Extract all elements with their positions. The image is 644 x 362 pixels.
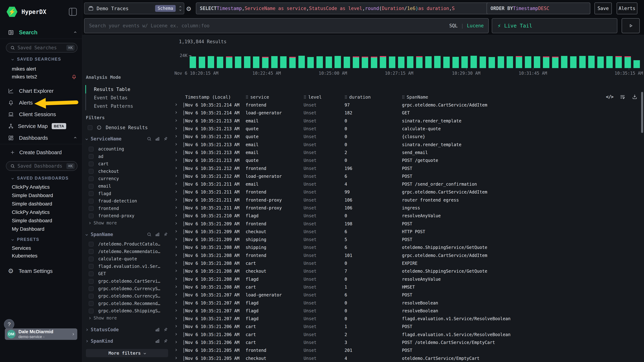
table-row[interactable]: Nov 6 10:35:21.213 AMquoteUnset0POST /ge… xyxy=(172,157,644,164)
sidebar-item-dashboards[interactable]: Dashboards xyxy=(0,132,82,144)
table-row[interactable]: Nov 6 10:35:21.208 AMfrontendUnset101grp… xyxy=(172,252,644,259)
sidebar-item-team-settings[interactable]: ⚙ Team Settings xyxy=(0,265,82,277)
sidebar-collapse-icon[interactable] xyxy=(69,8,77,16)
checkbox[interactable] xyxy=(89,249,94,254)
row-expander[interactable] xyxy=(172,141,185,149)
saved-dashboards-header[interactable]: SAVED DASHBOARDS xyxy=(12,176,69,181)
row-expander[interactable] xyxy=(172,267,185,275)
row-expander[interactable] xyxy=(172,109,185,117)
table-row[interactable]: Nov 6 10:35:21.208 AMflagdUnset0resolveA… xyxy=(172,275,644,283)
row-expander[interactable] xyxy=(172,101,185,109)
row-expander[interactable] xyxy=(172,283,185,291)
bar-chart-icon[interactable] xyxy=(155,136,160,141)
checkbox[interactable] xyxy=(89,176,94,181)
row-expander[interactable] xyxy=(172,355,185,362)
source-select[interactable]: Demo Traces Schema xyxy=(84,2,184,14)
checkbox[interactable] xyxy=(89,169,94,174)
run-query-button[interactable] xyxy=(622,18,640,33)
servicename-option[interactable]: frontend-proxy xyxy=(89,212,169,219)
help-button[interactable]: ? xyxy=(4,319,14,330)
row-expander[interactable] xyxy=(172,228,185,236)
row-expander[interactable] xyxy=(172,212,185,220)
row-expander[interactable] xyxy=(172,323,185,331)
column-header-timestamp[interactable]: Timestamp (Local) xyxy=(185,95,246,100)
filter-group-servicename[interactable]: ServiceName xyxy=(86,135,168,143)
checkbox[interactable] xyxy=(89,271,94,276)
column-header-service[interactable]: service xyxy=(246,95,304,100)
row-expander[interactable] xyxy=(172,347,185,354)
servicename-show-more[interactable]: Show more xyxy=(89,220,117,226)
wrap-text-icon[interactable] xyxy=(620,94,626,100)
table-row[interactable]: Nov 6 10:35:21.208 AMcheckoutUnset7oteld… xyxy=(172,267,644,275)
spanname-show-more[interactable]: Show more xyxy=(89,315,117,321)
checkbox[interactable] xyxy=(89,213,94,218)
analysis-tab-event-deltas[interactable]: Event Deltas xyxy=(85,93,168,102)
search-icon[interactable] xyxy=(147,136,152,141)
table-row[interactable]: Nov 6 10:35:21.208 AMcartUnset0EXPIRE xyxy=(172,259,644,267)
checkbox[interactable] xyxy=(89,162,94,166)
servicename-option[interactable]: accounting xyxy=(89,146,169,153)
sidebar-item-search[interactable]: Search xyxy=(0,27,82,38)
row-expander[interactable] xyxy=(172,299,185,307)
table-row[interactable]: Nov 6 10:35:21.214 AMload-generatorUnset… xyxy=(172,109,644,117)
servicename-option[interactable]: checkout xyxy=(89,168,169,175)
table-row[interactable]: Nov 6 10:35:21.213 AMquoteUnset0calculat… xyxy=(172,125,644,133)
row-expander[interactable] xyxy=(172,252,185,259)
saved-search-item[interactable]: mikes tets2 xyxy=(12,73,77,80)
checkbox[interactable] xyxy=(88,125,92,130)
checkbox[interactable] xyxy=(89,184,94,189)
checkbox[interactable] xyxy=(89,294,94,299)
saved-search-item[interactable]: mikes alert xyxy=(12,65,77,73)
checkbox[interactable] xyxy=(89,279,94,284)
servicename-option[interactable]: ad xyxy=(89,153,169,160)
more-filters-button[interactable]: More filters xyxy=(86,349,168,357)
checkbox[interactable] xyxy=(89,199,94,203)
denoise-results-toggle[interactable]: Denoise Results xyxy=(88,124,168,131)
table-row[interactable]: Nov 6 10:35:21.209 AMcheckoutUnset6HTTP … xyxy=(172,228,644,236)
spanname-option[interactable]: grpc.oteldemo.CurrencyS… xyxy=(89,293,169,300)
pin-icon[interactable] xyxy=(162,231,169,238)
row-expander[interactable] xyxy=(172,164,185,172)
row-expander[interactable] xyxy=(172,117,185,125)
saved-dashboard-item[interactable]: ClickPy Analytics xyxy=(12,183,77,191)
servicename-option[interactable]: email xyxy=(89,182,169,190)
row-expander[interactable] xyxy=(172,220,185,228)
row-expander[interactable] xyxy=(172,259,185,267)
saved-dashboard-item[interactable]: ClickPy Analytics xyxy=(12,209,77,216)
filter-group-spanname[interactable]: SpanName xyxy=(86,231,168,238)
table-row[interactable]: Nov 6 10:35:21.210 AMflagdUnset0resolveA… xyxy=(172,212,644,220)
saved-dashboard-item[interactable]: Simple dashboard xyxy=(12,200,77,207)
search-input[interactable]: Search your events w/ Lucene ex. column:… xyxy=(84,18,489,33)
table-row[interactable]: Nov 6 10:35:21.211 AMemailUnset4POST /se… xyxy=(172,180,644,188)
row-expander[interactable] xyxy=(172,291,185,299)
row-expander[interactable] xyxy=(172,204,185,212)
table-row[interactable]: Nov 6 10:35:21.211 AMfrontendUnset99grpc… xyxy=(172,188,644,196)
table-row[interactable]: Nov 6 10:35:21.211 AMfrontend-proxyUnset… xyxy=(172,196,644,204)
table-row[interactable]: Nov 6 10:35:21.207 AMflagdUnset0resolveB… xyxy=(172,299,644,307)
table-row[interactable]: Nov 6 10:35:21.212 AMfrontendUnset196POS… xyxy=(172,164,644,172)
drag-handle-icon[interactable] xyxy=(246,95,248,99)
filter-group-statuscode[interactable]: StatusCode xyxy=(86,326,168,333)
lang-toggle-sql[interactable]: SQL xyxy=(449,23,458,28)
row-expander[interactable] xyxy=(172,173,185,180)
preset-item[interactable]: Kubernetes xyxy=(12,252,77,259)
user-menu[interactable]: DM Dale McDiarmid demo-service - xyxy=(5,328,77,340)
row-expander[interactable] xyxy=(172,275,185,283)
row-expander[interactable] xyxy=(172,149,185,157)
sidebar-item-client-sessions[interactable]: Client Sessions xyxy=(0,109,82,120)
checkbox[interactable] xyxy=(89,286,94,291)
drag-handle-icon[interactable] xyxy=(402,95,404,99)
table-row[interactable]: Nov 6 10:35:21.212 AMload-generatorUnset… xyxy=(172,173,644,180)
saved-searches-input[interactable]: Saved Searches ⌘K xyxy=(6,43,78,52)
create-dashboard-button[interactable]: Create Dashboard xyxy=(0,147,82,158)
spanname-option[interactable]: GET xyxy=(89,270,169,277)
table-row[interactable]: Nov 6 10:35:21.213 AMemailUnset2send_ema… xyxy=(172,149,644,157)
row-expander[interactable] xyxy=(172,188,185,196)
live-tail-button[interactable]: ⚡ Live Tail xyxy=(492,18,617,33)
row-expander[interactable] xyxy=(172,196,185,204)
checkbox[interactable] xyxy=(89,206,94,211)
drag-handle-icon[interactable] xyxy=(304,95,306,99)
row-expander[interactable] xyxy=(172,236,185,243)
checkbox[interactable] xyxy=(89,301,94,306)
spanname-option[interactable]: /oteldemo.ProductCatalo… xyxy=(89,240,169,248)
